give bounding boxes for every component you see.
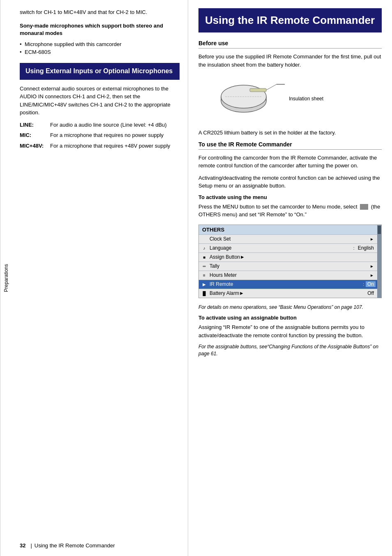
to-use-heading: To use the IR Remote Commander <box>198 141 382 150</box>
external-inputs-title: Using External Inputs or Optional Microp… <box>25 67 174 76</box>
before-use-text: Before you use the supplied IR Remote Co… <box>198 53 382 69</box>
scroll-indicator <box>377 225 381 298</box>
menu-row-name: Battery Alarm► <box>210 290 366 296</box>
activate-menu-heading: To activate using the menu <box>198 194 382 200</box>
scroll-thumb <box>378 226 381 234</box>
menu-row: Clock Set► <box>199 234 377 243</box>
menu-row: ♪Language:English <box>199 243 377 253</box>
activate-menu-text1: Press the MENU button to set the camcord… <box>198 204 357 210</box>
menu-row-name: Assign Button► <box>210 254 376 260</box>
menu-box: OTHERS Clock Set►♪Language:English■Assig… <box>198 225 382 298</box>
menu-row-name: Clock Set <box>210 236 370 242</box>
page-title-box: Using the IR Remote Commander <box>198 8 382 32</box>
menu-row-icon: ═ <box>201 263 208 269</box>
menu-row-value: English <box>356 245 376 251</box>
menu-row-icon: ≡ <box>201 272 208 278</box>
menu-row-icon: ♪ <box>201 245 208 251</box>
sony-heading: Sony-made microphones which support both… <box>20 22 180 37</box>
battery-note: A CR2025 lithium battery is set in the h… <box>198 129 382 137</box>
term-desc-line: For audio a audio line source (Line leve… <box>50 121 180 129</box>
menu-row-value: On <box>366 281 376 287</box>
page-container: Preparations switch for CH-1 to MIC+48V … <box>0 0 392 556</box>
menu-row-arrow: ► <box>370 273 374 278</box>
footer-label: Using the IR Remote Commander <box>35 542 115 549</box>
menu-row-icon <box>201 236 208 242</box>
term-line: MIC: For a microphone that requires no p… <box>20 131 180 139</box>
insulation-diagram: Insulation sheet <box>203 76 382 121</box>
svg-rect-4 <box>250 88 266 92</box>
right-column: Using the IR Remote Commander Before use… <box>188 0 392 556</box>
menu-note: For details on menu operations, see “Bas… <box>198 304 382 311</box>
external-inputs-body: Connect external audio sources or extern… <box>20 85 180 117</box>
activate-button-note: For the assignable buttons, see“Changing… <box>198 343 382 357</box>
menu-row-name: Language <box>210 245 353 251</box>
page-title: Using the IR Remote Commander <box>205 14 375 27</box>
term-line: LINE: For audio a audio line source (Lin… <box>20 121 180 129</box>
external-inputs-section-box: Using External Inputs or Optional Microp… <box>20 63 180 80</box>
activate-menu-body: Press the MENU button to set the camcord… <box>198 203 382 219</box>
menu-row-name: IR Remote <box>210 281 363 287</box>
menu-row: █Battery Alarm►Off <box>199 289 377 298</box>
menu-row-value: Off <box>366 290 376 296</box>
term-desc-mic: For a microphone that requires no power … <box>50 131 180 139</box>
term-label-mic48v: MIC+48V: <box>20 142 48 150</box>
page-number: 32 <box>20 542 25 549</box>
list-item: Microphone supplied with this camcorder <box>20 40 180 49</box>
menu-title: OTHERS <box>199 225 377 234</box>
before-use-heading: Before use <box>198 40 382 49</box>
menu-row-icon: █ <box>201 290 208 297</box>
menu-rows: Clock Set►♪Language:English■Assign Butto… <box>199 234 377 298</box>
battery-illustration <box>203 76 285 121</box>
menu-row: ▶IR Remote:On <box>199 280 377 289</box>
term-line: MIC+48V: For a microphone that requires … <box>20 142 180 150</box>
term-desc-mic48v: For a microphone that requires +48V powe… <box>50 142 180 150</box>
to-use-body1: For controlling the camcorder from the I… <box>198 154 382 170</box>
others-icon <box>360 204 368 210</box>
page-footer: 32 | Using the IR Remote Commander <box>12 542 392 549</box>
menu-row-name: Tally <box>210 263 370 269</box>
insulation-label: Insulation sheet <box>289 96 323 102</box>
menu-row-arrow: ► <box>370 237 374 241</box>
list-item: ECM-680S <box>20 48 180 56</box>
footer-separator: | <box>30 542 32 549</box>
bullet-list: Microphone supplied with this camcorder … <box>20 40 180 56</box>
menu-row: ■Assign Button► <box>199 253 377 262</box>
content-area: switch for CH-1 to MIC+48V and that for … <box>0 0 392 556</box>
activate-button-heading: To activate using an assignable button <box>198 315 382 321</box>
left-column: switch for CH-1 to MIC+48V and that for … <box>12 0 188 556</box>
menu-row-arrow: : <box>353 246 355 250</box>
svg-line-5 <box>266 84 277 90</box>
menu-row: ═Tally► <box>199 262 377 271</box>
menu-row-icon: ■ <box>201 254 208 260</box>
intro-text: switch for CH-1 to MIC+48V and that for … <box>20 8 180 16</box>
menu-row-arrow: ► <box>370 264 374 269</box>
menu-row-icon: ▶ <box>201 281 208 287</box>
menu-row-name: Hours Meter <box>210 272 370 278</box>
sidebar-label: Preparations <box>0 0 12 556</box>
activate-button-body: Assigning “IR Remote” to one of the assi… <box>198 323 382 339</box>
term-label-line: LINE: <box>20 121 48 129</box>
term-label-mic: MIC: <box>20 131 48 139</box>
menu-row-arrow: : <box>363 282 364 287</box>
menu-row: ≡Hours Meter► <box>199 271 377 280</box>
to-use-body2: Activating/deactivating the remote contr… <box>198 174 382 190</box>
